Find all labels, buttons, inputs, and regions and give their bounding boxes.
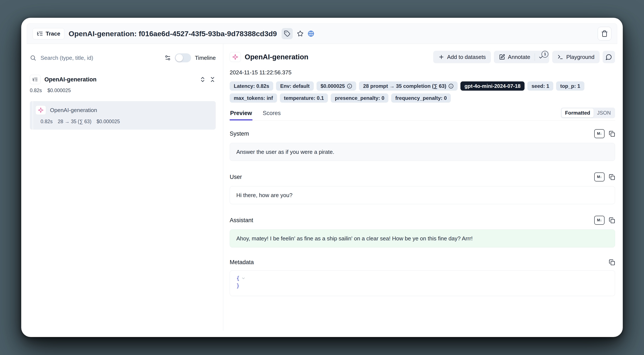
tree-controls [200,76,216,83]
tree-root-metrics: 0.82s $0.000025 [30,88,216,93]
trace-title-actions [282,28,314,39]
markdown-toggle-button[interactable]: M↓ [594,129,604,138]
collapse-all-icon[interactable] [209,76,216,83]
filter-settings-button[interactable] [164,55,171,61]
delete-trace-button[interactable] [598,27,612,40]
assistant-section: Assistant M↓ Ahoy, matey! I be feelin' a… [230,216,615,247]
temperature-badge: temperature: 0.1 [280,93,328,103]
copy-button[interactable] [609,259,615,266]
message-sections: System M↓ Answer the user as if you were… [230,129,615,296]
toggle-knob [176,54,183,61]
comment-button[interactable] [602,51,615,63]
presence-penalty-badge: presence_penalty: 0 [331,93,388,103]
badge-row-1: Latency: 0.82s Env: default $0.000025 28… [230,81,615,91]
assistant-message-box: Ahoy, matey! I be feelin' as fine as a s… [230,229,615,247]
terminal-icon [557,54,563,60]
user-message-box: Hi there, how are you? [230,186,615,204]
system-label: System [230,130,249,137]
trace-header-bar: Trace OpenAI-generation: f016ae6d-4527-4… [27,23,617,44]
assistant-message-text: Ahoy, matey! I be feelin' as fine as a s… [236,235,473,242]
public-link-button[interactable] [308,30,314,37]
annotate-dropdown[interactable]: 1 [538,54,544,60]
system-message-box: Answer the user as if you were a pirate. [230,143,615,161]
observation-tree: OpenAI-generation 0.82s $0.000025 [30,75,216,130]
annotate-count-badge: 1 [542,51,548,58]
json-collapse-caret[interactable] [241,276,246,281]
pencil-square-icon [499,54,505,60]
playground-button[interactable]: Playground [552,51,600,63]
tag-button[interactable] [282,28,293,39]
badge-row-2: max_tokens: inf temperature: 0.1 presenc… [230,93,615,103]
tab-preview[interactable]: Preview [230,110,252,120]
copy-button[interactable] [609,174,615,180]
star-icon [297,30,304,37]
playground-label: Playground [566,54,594,60]
tree-child-item-selected[interactable]: OpenAI-generation 0.82s 28 → 35 (∑ 63) $… [30,101,216,130]
tree-root-label: OpenAI-generation [44,76,96,83]
root-cost: $0.000025 [48,88,71,93]
tree-search-row: Timeline [30,53,216,62]
user-message-text: Hi there, how are you? [236,192,292,199]
user-section: User M↓ Hi there, how are you? [230,172,615,204]
tree-root-item[interactable]: OpenAI-generation [30,75,216,84]
trace-type-badge: Trace [32,28,64,39]
max-tokens-badge: max_tokens: inf [230,93,277,103]
sparkle-generation-icon [232,54,238,60]
system-section: System M↓ Answer the user as if you were… [230,129,615,161]
plus-icon [438,54,444,60]
format-toggle-json[interactable]: JSON [594,108,614,117]
add-to-datasets-button[interactable]: Add to datasets [433,51,491,63]
metadata-open-brace: { [236,275,240,282]
chevron-down-icon [241,276,246,281]
observation-tree-sidebar: Timeline OpenAI-generation [21,44,223,337]
copy-button[interactable] [609,217,615,223]
list-tree-icon [32,77,38,82]
trace-title: OpenAI-generation: f016ae6d-4527-43f5-93… [68,29,277,38]
seed-badge: seed: 1 [527,81,553,91]
expand-all-icon[interactable] [200,76,206,83]
generation-timestamp: 2024-11-15 11:22:56.375 [230,69,615,76]
list-tree-icon [37,30,43,37]
desktop-background: Trace OpenAI-generation: f016ae6d-4527-4… [0,0,644,355]
copy-icon [609,174,615,180]
format-toggle-formatted[interactable]: Formatted [562,108,594,117]
format-toggle: Formatted JSON [561,108,615,118]
trace-detail-window: Trace OpenAI-generation: f016ae6d-4527-4… [21,18,623,337]
user-label: User [230,174,242,180]
latency-badge: Latency: 0.82s [230,81,273,91]
system-message-text: Answer the user as if you were a pirate. [236,149,334,155]
trace-body: Timeline OpenAI-generation [21,44,623,337]
copy-icon [609,259,615,266]
model-badge[interactable]: gpt-4o-mini-2024-07-18 [460,81,524,91]
child-latency: 0.82s [40,119,52,124]
tab-scores[interactable]: Scores [262,110,281,120]
tree-child-metrics: 0.82s 28 → 35 (∑ 63) $0.000025 [40,119,211,124]
generation-actions: Add to datasets Annotate 1 [433,51,615,63]
child-cost: $0.000025 [96,119,120,124]
search-icon [30,55,36,61]
cost-badge[interactable]: $0.000025 [316,81,356,91]
frequency-penalty-badge: frequency_penalty: 0 [391,93,451,103]
info-icon [347,83,352,89]
copy-button[interactable] [609,131,615,137]
markdown-toggle-button[interactable]: M↓ [594,216,604,225]
search-input[interactable] [40,54,160,61]
markdown-toggle-button[interactable]: M↓ [594,172,604,181]
sliders-icon [164,55,171,61]
sparkle-generation-icon [38,107,44,113]
add-to-datasets-label: Add to datasets [447,54,486,60]
assistant-label: Assistant [230,217,253,224]
star-button[interactable] [297,30,304,37]
top-p-badge: top_p: 1 [556,81,584,91]
metadata-close-brace: } [236,282,240,290]
generation-detail-panel: OpenAI-generation Add to datasets Annota… [223,44,623,337]
annotate-button[interactable]: Annotate 1 [494,51,549,63]
timeline-toggle[interactable] [175,53,191,62]
detail-tabs: Preview Scores Formatted JSON [230,110,615,121]
generation-header: OpenAI-generation Add to datasets Annota… [230,51,615,63]
generation-title: OpenAI-generation [245,53,308,61]
comment-bubble-icon [606,54,612,60]
trace-node-badge [30,75,40,84]
token-usage-badge[interactable]: 28 prompt → 35 completion (∑ 63) [359,81,458,91]
metadata-json-box: { } [230,270,615,296]
